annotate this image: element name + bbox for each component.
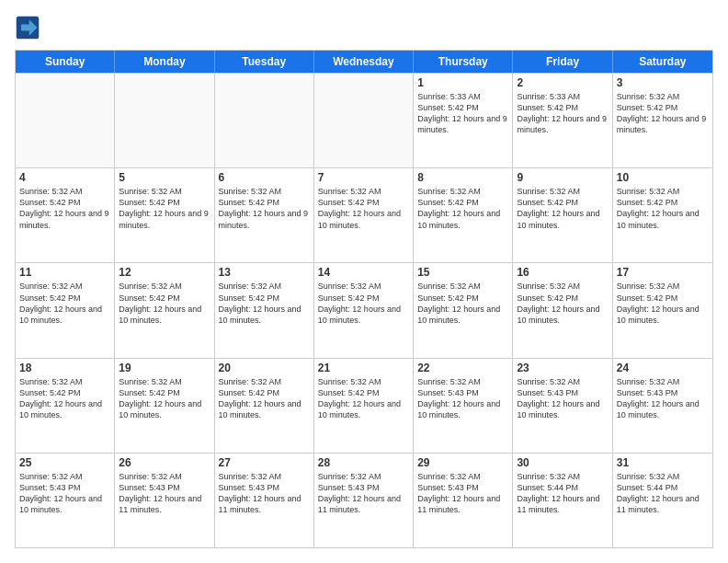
calendar-cell: 21Sunrise: 5:32 AMSunset: 5:42 PMDayligh… <box>314 359 414 453</box>
calendar-row-4: 25Sunrise: 5:32 AMSunset: 5:43 PMDayligh… <box>16 453 712 547</box>
day-info: Sunrise: 5:32 AMSunset: 5:43 PMDaylight:… <box>219 471 310 516</box>
calendar-cell: 17Sunrise: 5:32 AMSunset: 5:42 PMDayligh… <box>613 263 712 357</box>
day-info: Sunrise: 5:32 AMSunset: 5:42 PMDaylight:… <box>417 281 508 326</box>
day-info: Sunrise: 5:32 AMSunset: 5:43 PMDaylight:… <box>19 471 110 516</box>
calendar-cell: 13Sunrise: 5:32 AMSunset: 5:42 PMDayligh… <box>215 263 314 357</box>
calendar-cell <box>16 74 115 167</box>
day-info: Sunrise: 5:33 AMSunset: 5:42 PMDaylight:… <box>517 91 608 136</box>
day-number: 24 <box>617 362 709 374</box>
day-info: Sunrise: 5:32 AMSunset: 5:42 PMDaylight:… <box>417 186 508 231</box>
calendar-cell: 16Sunrise: 5:32 AMSunset: 5:42 PMDayligh… <box>513 263 612 357</box>
day-number: 22 <box>417 362 508 374</box>
day-number: 13 <box>219 266 310 279</box>
calendar-cell: 5Sunrise: 5:32 AMSunset: 5:42 PMDaylight… <box>115 168 214 262</box>
day-info: Sunrise: 5:32 AMSunset: 5:42 PMDaylight:… <box>19 376 110 421</box>
calendar-row-3: 18Sunrise: 5:32 AMSunset: 5:42 PMDayligh… <box>16 358 712 453</box>
day-info: Sunrise: 5:32 AMSunset: 5:42 PMDaylight:… <box>617 281 709 326</box>
day-number: 29 <box>417 456 508 469</box>
calendar-cell: 6Sunrise: 5:32 AMSunset: 5:42 PMDaylight… <box>215 168 314 262</box>
day-info: Sunrise: 5:32 AMSunset: 5:42 PMDaylight:… <box>19 186 110 231</box>
calendar-cell: 9Sunrise: 5:32 AMSunset: 5:42 PMDaylight… <box>513 168 612 262</box>
day-info: Sunrise: 5:32 AMSunset: 5:42 PMDaylight:… <box>517 281 608 326</box>
day-info: Sunrise: 5:32 AMSunset: 5:42 PMDaylight:… <box>219 281 310 326</box>
page: SundayMondayTuesdayWednesdayThursdayFrid… <box>0 0 728 563</box>
day-info: Sunrise: 5:32 AMSunset: 5:42 PMDaylight:… <box>119 281 210 326</box>
day-info: Sunrise: 5:32 AMSunset: 5:43 PMDaylight:… <box>417 376 508 421</box>
day-info: Sunrise: 5:32 AMSunset: 5:43 PMDaylight:… <box>119 471 210 516</box>
day-number: 7 <box>318 171 409 184</box>
day-number: 14 <box>318 266 409 279</box>
day-info: Sunrise: 5:32 AMSunset: 5:42 PMDaylight:… <box>617 91 709 136</box>
day-number: 10 <box>617 171 709 184</box>
calendar-cell: 29Sunrise: 5:32 AMSunset: 5:43 PMDayligh… <box>414 454 513 547</box>
day-number: 15 <box>417 266 508 279</box>
day-info: Sunrise: 5:32 AMSunset: 5:44 PMDaylight:… <box>617 471 709 516</box>
calendar-cell: 28Sunrise: 5:32 AMSunset: 5:43 PMDayligh… <box>314 454 414 547</box>
day-number: 25 <box>19 456 110 469</box>
calendar-cell: 10Sunrise: 5:32 AMSunset: 5:42 PMDayligh… <box>613 168 712 262</box>
calendar-body: 1Sunrise: 5:33 AMSunset: 5:42 PMDaylight… <box>16 73 712 547</box>
calendar-cell: 19Sunrise: 5:32 AMSunset: 5:42 PMDayligh… <box>115 359 214 453</box>
day-number: 20 <box>219 362 310 374</box>
calendar: SundayMondayTuesdayWednesdayThursdayFrid… <box>15 50 713 548</box>
calendar-cell: 23Sunrise: 5:32 AMSunset: 5:43 PMDayligh… <box>513 359 612 453</box>
day-number: 31 <box>617 456 709 469</box>
day-number: 6 <box>219 171 310 184</box>
calendar-cell: 11Sunrise: 5:32 AMSunset: 5:42 PMDayligh… <box>16 263 115 357</box>
calendar-cell: 22Sunrise: 5:32 AMSunset: 5:43 PMDayligh… <box>414 359 513 453</box>
calendar-cell: 27Sunrise: 5:32 AMSunset: 5:43 PMDayligh… <box>215 454 314 547</box>
day-number: 12 <box>119 266 210 279</box>
calendar-cell: 12Sunrise: 5:32 AMSunset: 5:42 PMDayligh… <box>115 263 214 357</box>
calendar-cell: 3Sunrise: 5:32 AMSunset: 5:42 PMDaylight… <box>613 74 712 167</box>
calendar-cell: 15Sunrise: 5:32 AMSunset: 5:42 PMDayligh… <box>414 263 513 357</box>
day-number: 19 <box>119 362 210 374</box>
calendar-cell: 1Sunrise: 5:33 AMSunset: 5:42 PMDaylight… <box>414 74 513 167</box>
calendar-cell: 31Sunrise: 5:32 AMSunset: 5:44 PMDayligh… <box>613 454 712 547</box>
calendar-header: SundayMondayTuesdayWednesdayThursdayFrid… <box>16 51 712 73</box>
calendar-cell <box>215 74 314 167</box>
calendar-cell: 8Sunrise: 5:32 AMSunset: 5:42 PMDaylight… <box>414 168 513 262</box>
calendar-row-1: 4Sunrise: 5:32 AMSunset: 5:42 PMDaylight… <box>16 167 712 262</box>
header <box>15 15 713 40</box>
logo-icon <box>15 15 40 40</box>
day-info: Sunrise: 5:32 AMSunset: 5:44 PMDaylight:… <box>517 471 608 516</box>
header-day-friday: Friday <box>513 51 612 73</box>
day-number: 2 <box>517 76 608 89</box>
calendar-cell <box>314 74 414 167</box>
day-number: 8 <box>417 171 508 184</box>
day-info: Sunrise: 5:32 AMSunset: 5:42 PMDaylight:… <box>517 186 608 231</box>
day-number: 9 <box>517 171 608 184</box>
day-info: Sunrise: 5:32 AMSunset: 5:42 PMDaylight:… <box>219 186 310 231</box>
logo <box>15 15 44 40</box>
calendar-cell: 4Sunrise: 5:32 AMSunset: 5:42 PMDaylight… <box>16 168 115 262</box>
calendar-cell: 2Sunrise: 5:33 AMSunset: 5:42 PMDaylight… <box>513 74 612 167</box>
calendar-cell: 7Sunrise: 5:32 AMSunset: 5:42 PMDaylight… <box>314 168 414 262</box>
header-day-thursday: Thursday <box>414 51 513 73</box>
day-info: Sunrise: 5:32 AMSunset: 5:43 PMDaylight:… <box>318 471 409 516</box>
day-number: 3 <box>617 76 709 89</box>
day-number: 1 <box>417 76 508 89</box>
day-info: Sunrise: 5:32 AMSunset: 5:43 PMDaylight:… <box>517 376 608 421</box>
day-number: 26 <box>119 456 210 469</box>
day-number: 21 <box>318 362 409 374</box>
calendar-cell: 24Sunrise: 5:32 AMSunset: 5:43 PMDayligh… <box>613 359 712 453</box>
day-info: Sunrise: 5:32 AMSunset: 5:42 PMDaylight:… <box>119 376 210 421</box>
header-day-wednesday: Wednesday <box>314 51 414 73</box>
calendar-cell: 20Sunrise: 5:32 AMSunset: 5:42 PMDayligh… <box>215 359 314 453</box>
day-info: Sunrise: 5:33 AMSunset: 5:42 PMDaylight:… <box>417 91 508 136</box>
header-day-sunday: Sunday <box>16 51 115 73</box>
header-day-saturday: Saturday <box>613 51 712 73</box>
header-day-tuesday: Tuesday <box>215 51 314 73</box>
day-number: 27 <box>219 456 310 469</box>
day-info: Sunrise: 5:32 AMSunset: 5:42 PMDaylight:… <box>318 186 409 231</box>
calendar-cell: 25Sunrise: 5:32 AMSunset: 5:43 PMDayligh… <box>16 454 115 547</box>
calendar-cell: 30Sunrise: 5:32 AMSunset: 5:44 PMDayligh… <box>513 454 612 547</box>
day-info: Sunrise: 5:32 AMSunset: 5:43 PMDaylight:… <box>417 471 508 516</box>
calendar-cell: 26Sunrise: 5:32 AMSunset: 5:43 PMDayligh… <box>115 454 214 547</box>
day-info: Sunrise: 5:32 AMSunset: 5:43 PMDaylight:… <box>617 376 709 421</box>
calendar-cell: 14Sunrise: 5:32 AMSunset: 5:42 PMDayligh… <box>314 263 414 357</box>
calendar-cell: 18Sunrise: 5:32 AMSunset: 5:42 PMDayligh… <box>16 359 115 453</box>
day-number: 17 <box>617 266 709 279</box>
day-info: Sunrise: 5:32 AMSunset: 5:42 PMDaylight:… <box>318 281 409 326</box>
header-day-monday: Monday <box>115 51 214 73</box>
